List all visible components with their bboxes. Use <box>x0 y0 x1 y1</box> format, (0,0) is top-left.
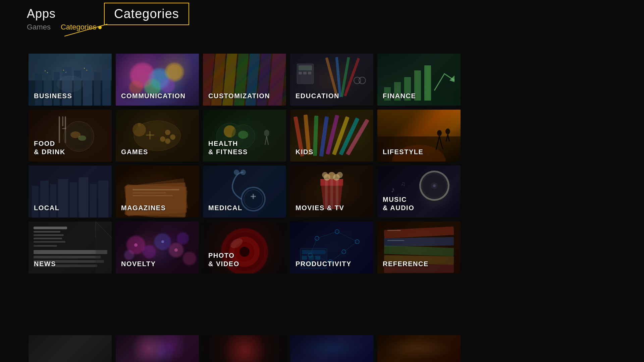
tile-label-food: FOOD& DRINK <box>34 139 65 156</box>
tile-photo[interactable]: PHOTO& VIDEO <box>203 222 286 274</box>
tile-label-business: BUSINESS <box>34 92 72 100</box>
tile-label-kids: KIDS <box>296 148 314 156</box>
tile-food[interactable]: FOOD& DRINK <box>29 110 112 162</box>
tile-lifestyle[interactable]: LIFESTYLE <box>377 110 461 162</box>
partial-tile-overlay-row5-1 <box>29 335 112 362</box>
tile-finance[interactable]: FINANCE <box>377 54 461 106</box>
apps-title: Apps <box>27 7 102 21</box>
tile-health[interactable]: HEALTH& FITNESS <box>203 110 286 162</box>
partial-tile-row5-2[interactable] <box>116 335 199 362</box>
tile-label-local: LOCAL <box>34 204 59 212</box>
tile-education[interactable]: EDUCATION <box>290 54 373 106</box>
tile-label-novelty: NOVELTY <box>121 260 156 268</box>
nav-row: Games Categories <box>27 23 102 32</box>
tile-label-news: NEWS <box>34 260 56 268</box>
partial-tile-row5-5[interactable] <box>377 335 461 362</box>
tile-movies[interactable]: MOVIES & TV <box>290 166 373 218</box>
tile-medical[interactable]: MEDICAL <box>203 166 286 218</box>
nav-categories[interactable]: Categories <box>61 23 102 32</box>
tile-productivity[interactable]: PRODUCTIVITY <box>290 222 373 274</box>
tile-kids[interactable]: KIDS <box>290 110 373 162</box>
partial-row <box>29 335 461 362</box>
categories-callout[interactable]: Categories <box>104 3 189 25</box>
tile-business[interactable]: BUSINESS <box>29 54 112 106</box>
tile-label-magazines: MAGAZINES <box>121 204 166 212</box>
tile-label-music: MUSIC& AUDIO <box>383 195 414 212</box>
partial-tile-overlay-row5-3 <box>203 335 286 362</box>
tile-label-games: GAMES <box>121 148 148 156</box>
tile-customization[interactable]: CUSTOMIZATION <box>203 54 286 106</box>
tile-label-photo: PHOTO& VIDEO <box>208 251 239 268</box>
partial-tile-row5-4[interactable] <box>290 335 373 362</box>
tile-music[interactable]: ♪ ♫ ♩ MUSIC& AUDIO <box>377 166 461 218</box>
tile-label-movies: MOVIES & TV <box>296 204 344 212</box>
tile-label-health: HEALTH& FITNESS <box>208 139 248 156</box>
tile-magazines[interactable]: MAGAZINES <box>116 166 199 218</box>
tile-label-medical: MEDICAL <box>208 204 243 212</box>
header: Apps Games Categories <box>27 7 102 32</box>
categories-grid: BUSINESS COMMUNICATION CUSTOMIZATION <box>29 54 461 274</box>
tile-reference[interactable]: REFERENCE <box>377 222 461 274</box>
partial-tile-overlay-row5-4 <box>290 335 373 362</box>
tile-label-education: EDUCATION <box>296 92 339 100</box>
partial-tile-overlay-row5-2 <box>116 335 199 362</box>
tile-games[interactable]: GAMES <box>116 110 199 162</box>
nav-games[interactable]: Games <box>27 23 51 32</box>
tile-label-lifestyle: LIFESTYLE <box>383 148 423 156</box>
partial-tile-row5-3[interactable] <box>203 335 286 362</box>
tile-communication[interactable]: COMMUNICATION <box>116 54 199 106</box>
tile-label-finance: FINANCE <box>383 92 416 100</box>
tile-label-communication: COMMUNICATION <box>121 92 185 100</box>
tile-local[interactable]: LOCAL <box>29 166 112 218</box>
tile-novelty[interactable]: NOVELTY <box>116 222 199 274</box>
tile-label-productivity: PRODUCTIVITY <box>296 260 352 268</box>
tile-label-reference: REFERENCE <box>383 260 429 268</box>
tile-news[interactable]: NEWS <box>29 222 112 274</box>
partial-tile-row5-1[interactable] <box>29 335 112 362</box>
tile-label-customization: CUSTOMIZATION <box>208 92 270 100</box>
partial-tile-overlay-row5-5 <box>377 335 461 362</box>
